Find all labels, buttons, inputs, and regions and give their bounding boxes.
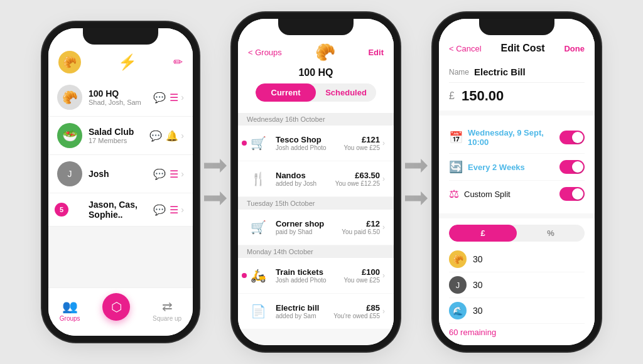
expense-amount: £100 [344, 267, 380, 277]
member-row: 🥐 30 [449, 247, 585, 272]
split-icon[interactable]: ☰ [170, 92, 178, 104]
p2-tabs: Current Scheduled [256, 83, 376, 102]
expense-amount: £63.50 [335, 171, 380, 180]
group-info: Salad Club 17 Members [89, 127, 149, 144]
group-members: 17 Members [89, 137, 149, 144]
avatar: 🥐 [57, 85, 82, 110]
group-name: Josh [89, 169, 153, 179]
chat-icon[interactable]: 💬 [153, 204, 166, 216]
tab-scheduled[interactable]: Scheduled [316, 83, 376, 102]
expense-item[interactable]: 🍴 Nandos added by Josh £63.50 You owe £1… [238, 161, 394, 197]
list-item[interactable]: 🥐 100 HQ Shad, Josh, Sam 💬 ☰ › [48, 78, 193, 117]
unread-dot [242, 273, 247, 278]
member-row: 🌊 30 [449, 298, 585, 324]
group-actions: 💬 🔔 [149, 130, 178, 142]
expense-sub: Josh added Photo [276, 144, 344, 151]
arrow-block [204, 159, 227, 173]
split-toggle[interactable] [559, 187, 585, 201]
tab-current[interactable]: Current [256, 83, 316, 102]
footer-squareup[interactable]: ⇄ Square up [153, 299, 181, 322]
toggle-knob [572, 132, 583, 143]
chevron-right-icon: › [382, 223, 385, 232]
split-icon[interactable]: ☰ [170, 168, 178, 180]
date-text[interactable]: Wednesday, 9 Sept, 10:00 [468, 128, 559, 147]
notification-icon[interactable]: 🔔 [166, 130, 178, 142]
name-row: Name Electric Bill [449, 67, 585, 83]
member-amount[interactable]: 30 [473, 280, 483, 290]
member-row: J 30 [449, 272, 585, 298]
date-header: Tuesday 15th October [238, 197, 394, 210]
arrow-block [405, 159, 428, 173]
amount-value[interactable]: 150.00 [462, 88, 504, 104]
split-icon: ⚖ [449, 187, 459, 201]
expense-sub: Josh added Photo [276, 277, 344, 284]
expense-sub: added by Sam [276, 313, 333, 319]
chevron-right-icon: › [382, 174, 385, 183]
member-amount[interactable]: 30 [473, 254, 483, 264]
chevron-right-icon: › [181, 131, 184, 141]
split-row-left: ⚖ Custom Split [449, 187, 511, 201]
chat-icon[interactable]: 💬 [153, 168, 166, 180]
expense-info: Nandos added by Josh [276, 171, 335, 187]
expense-name: Train tickets [276, 267, 344, 277]
chat-icon[interactable]: 💬 [153, 92, 166, 104]
name-value[interactable]: Electric Bill [474, 67, 526, 77]
expense-owe: You owe £25 [344, 144, 380, 151]
phone-1-screen: 🥐 ⚡ ✏ 🥐 100 HQ Shad, Josh, Sam 💬 ☰ [48, 28, 193, 336]
group-actions: 💬 ☰ [153, 168, 178, 180]
expense-icon: 🛒 [247, 132, 269, 154]
phone-1: 🥐 ⚡ ✏ 🥐 100 HQ Shad, Josh, Sam 💬 ☰ [48, 28, 193, 336]
edit-button[interactable]: Edit [368, 48, 384, 57]
p1-edit-icon[interactable]: ✏ [173, 55, 183, 69]
list-item[interactable]: 🥗 Salad Club 17 Members 💬 🔔 › [48, 117, 193, 155]
member-amount[interactable]: 30 [473, 306, 483, 316]
p3-name-section: Name Electric Bill £ 150.00 [439, 60, 595, 110]
expense-item[interactable]: 🛒 Tesco Shop Josh added Photo £121 You o… [238, 126, 394, 161]
list-item[interactable]: J Josh 💬 ☰ › [48, 155, 193, 193]
expense-right: £12 You paid 6.50 [342, 219, 380, 235]
done-button[interactable]: Done [564, 44, 585, 53]
toggle-knob [572, 161, 583, 173]
p2-group-title: 100 HQ [238, 66, 394, 83]
phone-notch-3 [479, 19, 554, 35]
expense-item[interactable]: 🛒 Corner shop paid by Shad £12 You paid … [238, 210, 394, 245]
recurrence-toggle[interactable] [559, 160, 585, 174]
recurrence-icon: 🔄 [449, 160, 463, 174]
split-text[interactable]: Custom Split [464, 190, 511, 199]
recurrence-row-left: 🔄 Every 2 Weeks [449, 160, 525, 174]
back-button[interactable]: < Groups [248, 48, 282, 57]
split-icon[interactable]: ☰ [170, 204, 178, 216]
arrow-block [204, 191, 227, 205]
expense-name: Nandos [276, 171, 335, 180]
p1-footer: 👥 Groups ⬡ ⇄ Square up [48, 287, 193, 336]
recurrence-text[interactable]: Every 2 Weeks [468, 163, 525, 172]
remaining-text: 60 remaining [449, 324, 585, 341]
expense-amount: £121 [344, 135, 380, 144]
expense-sub: paid by Shad [276, 228, 342, 235]
expense-name: Tesco Shop [276, 135, 344, 144]
currency-symbol: £ [449, 90, 462, 102]
fab-button[interactable]: ⬡ [102, 293, 130, 321]
date-row: 📅 Wednesday, 9 Sept, 10:00 [449, 122, 585, 154]
group-info: Josh [89, 169, 153, 179]
list-item[interactable]: 5 Jason, Cas, Sophie.. 💬 ☰ › [48, 193, 193, 227]
p3-custom-split-section: £ % 🥐 30 J 30 🌊 30 [439, 218, 595, 345]
group-info: 100 HQ Shad, Josh, Sam [89, 88, 153, 106]
footer-groups[interactable]: 👥 Groups [60, 299, 80, 322]
p1-user-avatar: 🥐 [58, 51, 81, 73]
date-header: Monday 14th October [238, 245, 394, 258]
expense-right: £85 You're owed £55 [333, 303, 380, 319]
expense-item[interactable]: 📄 Electric bill added by Sam £85 You're … [238, 294, 394, 329]
groups-icon: 👥 [62, 299, 78, 314]
expense-item[interactable]: 🛵 Train tickets Josh added Photo £100 Yo… [238, 258, 394, 294]
split-tab-pound[interactable]: £ [449, 225, 517, 242]
date-toggle[interactable] [559, 131, 585, 144]
expense-sub: added by Josh [276, 180, 335, 187]
split-tab-percent[interactable]: % [517, 225, 585, 242]
p1-groups-list: 🥐 100 HQ Shad, Josh, Sam 💬 ☰ › 🥗 Sa [48, 78, 193, 227]
chat-icon[interactable]: 💬 [149, 130, 162, 142]
avatar: J [57, 161, 82, 186]
expense-name: Electric bill [276, 303, 333, 313]
p3-settings-section: 📅 Wednesday, 9 Sept, 10:00 🔄 Every 2 Wee… [439, 115, 595, 213]
cancel-button[interactable]: < Cancel [449, 44, 482, 53]
